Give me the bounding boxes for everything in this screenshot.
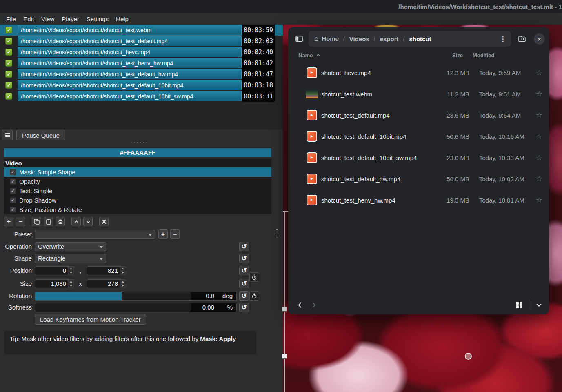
add-filter-button[interactable]: + [4,217,13,226]
file-row[interactable]: ▶shotcut_test_default_10bit_sw.mp423.0 M… [288,147,549,168]
file-name[interactable]: shotcut_test_default_10bit_sw.mp4 [321,154,431,161]
star-icon[interactable]: ☆ [530,111,542,120]
breadcrumb-home[interactable]: ⌂Home [314,35,339,43]
size-height-spinner[interactable]: 278 [87,279,126,288]
filter-row[interactable]: ✓Drop Shadow [4,196,271,205]
filter-enabled-checkbox[interactable]: ✓ [10,207,16,213]
filter-row[interactable]: ✓Mask: Simple Shape [4,167,271,177]
breadcrumb-shotcut[interactable]: shotcut [409,36,431,42]
move-filter-down-icon[interactable] [83,217,93,226]
keyframes-rotation-icon[interactable] [249,291,259,301]
file-row[interactable]: ▶shotcut_test_default_10bit.mp450.6 MBTo… [288,126,549,147]
job-row[interactable]: ✓/home/tim/Videos/export/shotcut/shotcut… [0,24,283,36]
spinner-arrows[interactable] [68,280,74,288]
menu-view[interactable]: View [38,14,58,24]
reset-softness-icon[interactable]: ↺ [239,303,249,312]
job-row[interactable]: ✓/home/tim/Videos/export/shotcut/shotcut… [0,58,283,69]
job-path[interactable]: /home/tim/Videos/export/shotcut/shotcut_… [18,58,242,68]
rotation-slider[interactable]: 0.0 deg [35,292,237,301]
job-row[interactable]: ✓/home/tim/Videos/export/shotcut/shotcut… [0,36,283,47]
preset-select[interactable] [35,230,155,239]
grid-view-icon[interactable] [513,298,525,312]
menu-edit[interactable]: Edit [20,14,38,24]
close-window-button[interactable]: × [534,33,545,45]
sidebar-toggle-button[interactable] [292,32,306,46]
filter-enabled-checkbox[interactable]: ✓ [10,169,16,175]
view-options-chevron-icon[interactable] [533,298,544,312]
filter-enabled-checkbox[interactable]: ✓ [10,188,16,194]
file-name[interactable]: shotcut_test_default_10bit.mp4 [321,133,431,140]
file-row[interactable]: ▶shotcut_test_default_hw.mp450.0 MBToday… [288,168,549,189]
move-filter-up-icon[interactable] [71,217,81,226]
job-path[interactable]: /home/tim/Videos/export/shotcut/shotcut_… [18,91,242,101]
spinner-arrows[interactable] [120,267,126,275]
star-icon[interactable]: ☆ [530,196,542,205]
menu-file[interactable]: File [2,14,20,24]
star-icon[interactable]: ☆ [530,68,542,77]
filter-enabled-checkbox[interactable]: ✓ [10,197,16,203]
keyframes-position-size-icon[interactable] [249,272,259,282]
paste-filters-icon[interactable] [44,217,53,226]
reset-operation-icon[interactable]: ↺ [239,242,249,251]
job-path[interactable]: /home/tim/Videos/export/shotcut/shotcut_… [18,36,242,46]
search-folder-icon[interactable] [515,32,529,46]
breadcrumb[interactable]: ⌂Home/Videos/export/shotcut ⋮ [309,31,511,47]
job-row[interactable]: ✓/home/tim/Videos/export/shotcut/shotcut… [0,69,283,80]
reset-size-icon[interactable]: ↺ [239,279,249,288]
deselect-filter-icon[interactable] [99,217,109,226]
file-row[interactable]: shotcut_test.webm11.2 MBToday, 9:51 AM☆ [288,83,549,105]
job-path[interactable]: /home/tim/Videos/export/shotcut/shotcut_… [18,69,242,79]
panel-splitter-handle[interactable]: ...... [130,139,149,144]
forward-button[interactable] [307,298,321,312]
job-row[interactable]: ✓/home/tim/Videos/export/shotcut/shotcut… [0,91,283,102]
vertical-splitter-handle[interactable] [276,229,278,238]
softness-slider[interactable]: 0.00 % [35,303,237,312]
job-path[interactable]: /home/tim/Videos/export/shotcut/shotcut_… [18,80,242,90]
spinner-arrows[interactable] [68,267,74,275]
column-size[interactable]: Size [424,52,463,58]
breadcrumb-export[interactable]: export [380,36,399,42]
mask-resize-handle[interactable] [282,354,287,359]
copy-filters-icon[interactable] [32,217,41,226]
shape-select[interactable]: Rectangle [35,254,106,263]
position-x-spinner[interactable]: 0 [35,266,74,275]
star-icon[interactable]: ☆ [530,153,542,162]
reset-position-icon[interactable]: ↺ [239,266,249,275]
file-row[interactable]: ▶shotcut_test_henv_hw.mp419.5 MBToday, 1… [288,189,549,211]
jobs-menu-button[interactable] [2,130,13,140]
menu-settings[interactable]: Settings [83,14,112,24]
back-button[interactable] [293,298,307,312]
delete-preset-button[interactable]: − [170,229,180,239]
filter-row[interactable]: ✓Opacity [4,177,271,186]
file-name[interactable]: shotcut_test_default_hw.mp4 [321,176,431,183]
reset-shape-icon[interactable]: ↺ [239,254,249,263]
mask-resize-handle[interactable] [282,307,287,312]
pause-queue-button[interactable]: Pause Queue [16,130,65,140]
save-filter-set-icon[interactable] [56,217,65,226]
size-width-spinner[interactable]: 1,080 [35,279,74,288]
spinner-arrows[interactable] [120,280,126,288]
kebab-menu-icon[interactable]: ⋮ [497,35,509,43]
file-name[interactable]: shotcut_test.webm [321,91,431,98]
breadcrumb-videos[interactable]: Videos [349,36,369,42]
filter-enabled-checkbox[interactable]: ✓ [10,178,16,185]
star-icon[interactable]: ☆ [530,132,542,141]
job-row[interactable]: ✓/home/tim/Videos/export/shotcut/shotcut… [0,80,283,91]
remove-filter-button[interactable]: − [16,217,25,226]
mask-center-handle[interactable] [465,353,472,360]
position-y-spinner[interactable]: 821 [87,266,126,275]
job-path[interactable]: /home/tim/Videos/export/shotcut/shotcut_… [18,25,242,35]
file-row[interactable]: ▶shotcut_test_default.mp423.6 MBToday, 9… [288,105,549,126]
reset-rotation-icon[interactable]: ↺ [239,291,249,301]
save-preset-button[interactable]: + [158,229,168,239]
filter-row[interactable]: ✓Text: Simple [4,186,271,196]
file-row[interactable]: ▶shotcut_hevc.mp412.3 MBToday, 9:59 AM☆ [288,62,549,83]
file-name[interactable]: shotcut_test_default.mp4 [321,112,431,119]
star-icon[interactable]: ☆ [530,89,542,98]
file-name[interactable]: shotcut_hevc.mp4 [321,69,431,76]
filter-row[interactable]: ✓Size, Position & Rotate [4,205,271,214]
menu-help[interactable]: Help [112,14,132,24]
operation-select[interactable]: Overwrite [35,242,106,251]
file-name[interactable]: shotcut_test_henv_hw.mp4 [321,197,431,204]
job-row[interactable]: ✓/home/tim/Videos/export/shotcut/shotcut… [0,47,283,58]
